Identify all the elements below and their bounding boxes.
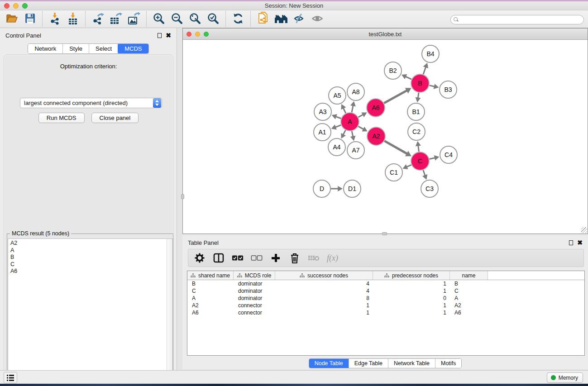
graph-node-A1[interactable]: A1	[314, 124, 331, 141]
table-cell[interactable]: A6	[450, 310, 488, 316]
graph-node-D[interactable]: D	[313, 180, 330, 197]
graph-node-A3[interactable]: A3	[314, 103, 331, 120]
table-cell[interactable]: 4	[275, 288, 373, 294]
table-cell[interactable]: 1	[373, 281, 450, 287]
table-cell[interactable]: A	[187, 295, 234, 301]
graph-edge[interactable]	[429, 155, 439, 161]
open-file-button[interactable]	[3, 11, 21, 27]
graph-edge[interactable]	[341, 104, 346, 113]
table-cell[interactable]: 8	[275, 295, 373, 301]
table-cell[interactable]: connector	[234, 310, 275, 316]
table-cell[interactable]: A2	[187, 302, 234, 309]
export-table-button[interactable]	[107, 11, 125, 27]
mcds-result-list[interactable]: A2ABCA6	[8, 239, 167, 386]
graph-edge[interactable]	[416, 141, 421, 152]
tab-motifs[interactable]: Motifs	[435, 359, 461, 368]
mcds-result-item[interactable]: A2	[10, 240, 167, 247]
close-panel-button[interactable]: Close panel	[91, 113, 139, 123]
table-row[interactable]: A2connector11A2	[187, 302, 584, 309]
select-all-columns-icon[interactable]	[232, 252, 244, 264]
table-cell[interactable]: dominator	[234, 295, 275, 301]
delete-column-icon[interactable]	[289, 252, 301, 264]
table-cell[interactable]: C	[450, 288, 488, 294]
vertical-splitter-handle[interactable]	[181, 194, 184, 199]
mcds-result-item[interactable]: C	[10, 261, 167, 268]
graph-node-A[interactable]: A	[341, 113, 359, 131]
run-mcds-button[interactable]: Run MCDS	[38, 113, 85, 123]
column-header-name[interactable]: name	[450, 271, 488, 280]
tab-network-table[interactable]: Network Table	[388, 359, 435, 368]
tab-mcds[interactable]: MCDS	[118, 43, 148, 54]
import-table-button[interactable]	[64, 11, 82, 27]
export-image-button[interactable]	[125, 11, 143, 27]
mcds-result-scrollbar[interactable]	[167, 239, 172, 386]
float-panel-icon[interactable]	[158, 33, 162, 38]
graph-edge[interactable]	[332, 114, 341, 119]
graph-edge[interactable]	[384, 141, 411, 156]
create-column-icon[interactable]	[270, 252, 282, 264]
column-view-icon[interactable]	[213, 252, 225, 264]
network-window-titlebar[interactable]: testGlobe.txt	[183, 29, 588, 40]
optimization-criterion-select[interactable]: largest connected component (directed)	[20, 98, 162, 108]
table-cell[interactable]: 0	[373, 295, 450, 301]
graph-node-A7[interactable]: A7	[347, 142, 364, 159]
graph-edge[interactable]	[384, 88, 411, 103]
column-header-shared-name[interactable]: shared name	[187, 271, 234, 280]
graph-edge[interactable]	[331, 186, 343, 191]
column-header-predecessor-nodes[interactable]: predecessor nodes	[373, 271, 450, 280]
zoom-fit-button[interactable]	[186, 11, 204, 27]
graph-node-B2[interactable]: B2	[384, 62, 402, 79]
tab-network[interactable]: Network	[28, 44, 62, 53]
graph-node-C1[interactable]: C1	[385, 164, 402, 181]
first-neighbors-button[interactable]	[272, 11, 290, 27]
search-input[interactable]	[461, 16, 583, 24]
tab-edge-table[interactable]: Edge Table	[349, 359, 388, 368]
mcds-result-item[interactable]: A6	[10, 268, 167, 275]
table-cell[interactable]: A2	[450, 302, 488, 309]
tab-style[interactable]: Style	[62, 44, 89, 53]
table-cell[interactable]: B	[450, 281, 488, 287]
table-cell[interactable]: 1	[275, 310, 373, 316]
graph-edge[interactable]	[423, 63, 428, 74]
delete-table-icon[interactable]	[308, 252, 320, 264]
close-panel-icon[interactable]: ✖	[577, 240, 583, 245]
table-cell[interactable]: 1	[373, 288, 450, 294]
table-cell[interactable]: connector	[234, 302, 275, 309]
zoom-in-button[interactable]	[150, 11, 168, 27]
table-row[interactable]: Bdominator41B	[187, 280, 584, 287]
tab-select[interactable]: Select	[89, 44, 118, 53]
table-cell[interactable]: dominator	[234, 281, 275, 287]
horizontal-splitter-handle[interactable]	[382, 232, 387, 235]
graph-node-B1[interactable]: B1	[407, 103, 425, 120]
table-row[interactable]: Adominator80A	[187, 295, 584, 302]
graph-node-A8[interactable]: A8	[347, 83, 364, 100]
graph-edge[interactable]	[350, 131, 356, 141]
graph-edge[interactable]	[416, 93, 421, 102]
memory-button[interactable]: Memory	[547, 372, 583, 383]
table-cell[interactable]: A	[450, 295, 488, 301]
mcds-result-item[interactable]: A	[10, 247, 167, 254]
table-cell[interactable]: C	[187, 288, 234, 294]
task-history-button[interactable]	[4, 372, 17, 383]
table-cell[interactable]: 1	[373, 302, 450, 309]
hide-selected-button[interactable]	[290, 11, 308, 27]
table-row[interactable]: Cdominator41C	[187, 287, 584, 295]
network-graph[interactable]: AA1A2A3A4A5A6A7A8BB1B2B3B4CC1C2C3C4DD1	[183, 40, 588, 234]
column-header-MCDS-role[interactable]: MCDS role	[234, 271, 275, 280]
graph-node-C2[interactable]: C2	[408, 123, 425, 140]
table-cell[interactable]: B	[187, 281, 234, 287]
zoom-selected-button[interactable]	[204, 11, 222, 27]
graph-node-D1[interactable]: D1	[344, 180, 361, 197]
export-network-button[interactable]	[89, 11, 107, 27]
graph-edge[interactable]	[358, 112, 367, 117]
float-panel-icon[interactable]	[569, 240, 573, 245]
graph-node-A2[interactable]: A2	[367, 127, 385, 145]
graph-edge[interactable]	[341, 130, 346, 139]
zoom-out-button[interactable]	[168, 11, 186, 27]
refresh-button[interactable]	[229, 11, 247, 27]
graph-node-B4[interactable]: B4	[422, 45, 439, 62]
table-cell[interactable]: 1	[373, 310, 450, 316]
tab-node-table[interactable]: Node Table	[309, 358, 349, 368]
save-session-button[interactable]	[21, 11, 39, 27]
graph-node-B3[interactable]: B3	[440, 81, 457, 98]
